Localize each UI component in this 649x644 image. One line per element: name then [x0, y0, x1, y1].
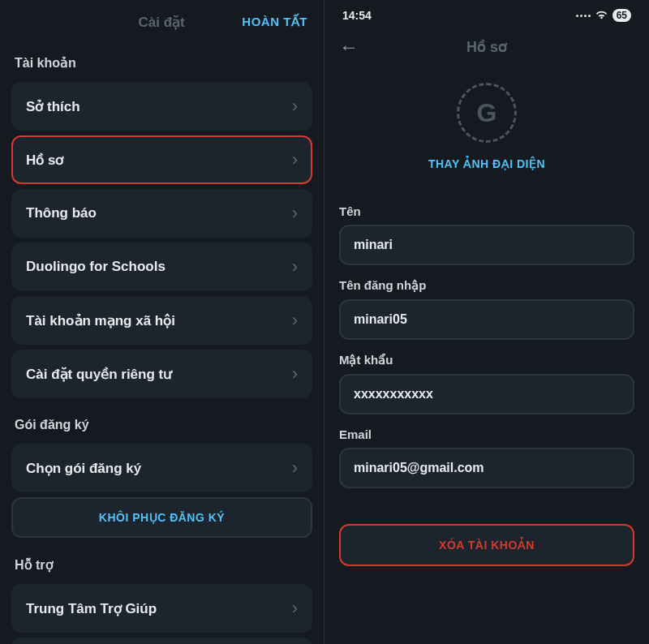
settings-header: Cài đặt HOÀN TẤT	[0, 0, 324, 41]
settings-title: Cài đặt	[81, 14, 242, 31]
signal-icon	[576, 15, 591, 17]
wifi-icon	[595, 11, 608, 20]
section-title-subscription: Gói đăng ký	[0, 403, 324, 444]
password-label: Mật khẩu	[339, 353, 634, 367]
settings-item-social[interactable]: Tài khoản mạng xã hội ›	[11, 296, 312, 345]
avatar-section: G THAY ẢNH ĐẠI DIỆN	[324, 67, 649, 185]
settings-item-profile[interactable]: Hồ sơ ›	[11, 135, 312, 184]
chevron-right-icon: ›	[292, 311, 298, 329]
chevron-right-icon: ›	[292, 599, 298, 617]
profile-form: Tên minari Tên đăng nhập minari05 Mật kh…	[324, 185, 649, 495]
chevron-right-icon: ›	[292, 204, 298, 222]
chevron-right-icon: ›	[292, 365, 298, 383]
settings-item-label: Thông báo	[26, 205, 97, 221]
settings-item-privacy[interactable]: Cài đặt quyền riêng tư ›	[11, 350, 312, 398]
avatar-placeholder[interactable]: G	[457, 83, 517, 143]
settings-item-label: Hồ sơ	[26, 152, 63, 169]
section-title-support: Hỗ trợ	[0, 543, 324, 584]
name-input[interactable]: minari	[339, 225, 634, 265]
status-bar: 14:54 65	[324, 0, 649, 28]
settings-item-label: Cài đặt quyền riêng tư	[26, 366, 172, 383]
settings-item-label: Chọn gói đăng ký	[26, 460, 141, 477]
password-input[interactable]: xxxxxxxxxxx	[339, 374, 634, 414]
settings-screen: Cài đặt HOÀN TẤT Tài khoản Sở thích › Hồ…	[0, 0, 324, 644]
username-input[interactable]: minari05	[339, 299, 634, 340]
profile-header: ← Hồ sơ	[324, 28, 649, 67]
settings-item-notifications[interactable]: Thông báo ›	[11, 189, 312, 238]
settings-item-help-center[interactable]: Trung Tâm Trợ Giúp ›	[11, 584, 312, 633]
change-avatar-button[interactable]: THAY ẢNH ĐẠI DIỆN	[428, 157, 545, 170]
profile-screen: 14:54 65 ← Hồ sơ G THAY ẢNH ĐẠI DIỆN Tên…	[324, 0, 649, 644]
section-title-account: Tài khoản	[0, 41, 324, 82]
settings-item-label: Sở thích	[26, 98, 80, 115]
delete-account-button[interactable]: XÓA TÀI KHOẢN	[339, 524, 634, 566]
username-label: Tên đăng nhập	[339, 278, 634, 293]
status-time: 14:54	[342, 9, 372, 22]
avatar-letter: G	[477, 98, 497, 128]
delete-label: XÓA TÀI KHOẢN	[439, 539, 535, 552]
settings-item-feedback[interactable]: Phản hồi ›	[11, 638, 312, 644]
chevron-right-icon: ›	[292, 258, 298, 276]
settings-item-preferences[interactable]: Sở thích ›	[11, 82, 312, 131]
profile-title: Hồ sơ	[339, 38, 634, 56]
restore-label: KHÔI PHỤC ĐĂNG KÝ	[99, 511, 225, 524]
settings-item-schools[interactable]: Duolingo for Schools ›	[11, 243, 312, 291]
name-label: Tên	[339, 204, 634, 218]
settings-item-label: Trung Tâm Trợ Giúp	[26, 600, 157, 617]
done-button[interactable]: HOÀN TẤT	[242, 15, 307, 29]
settings-item-choose-plan[interactable]: Chọn gói đăng ký ›	[11, 444, 312, 492]
chevron-right-icon: ›	[292, 151, 298, 169]
email-label: Email	[339, 427, 634, 441]
settings-item-label: Tài khoản mạng xã hội	[26, 312, 175, 329]
chevron-right-icon: ›	[292, 459, 298, 477]
battery-level: 65	[612, 9, 631, 22]
chevron-right-icon: ›	[292, 97, 298, 115]
email-input[interactable]: minari05@gmail.com	[339, 448, 634, 488]
settings-item-label: Duolingo for Schools	[26, 259, 165, 275]
restore-subscription-button[interactable]: KHÔI PHỤC ĐĂNG KÝ	[11, 497, 312, 538]
